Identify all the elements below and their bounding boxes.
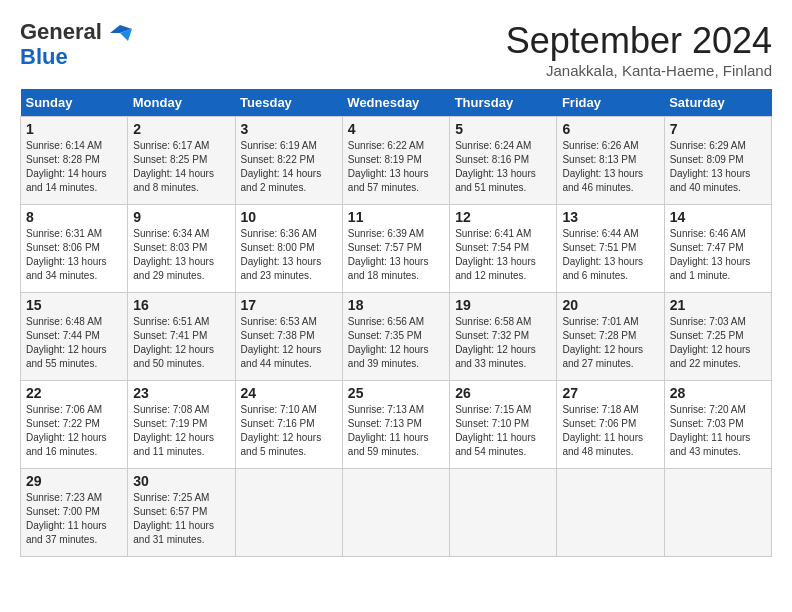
week-row-3: 15 Sunrise: 6:48 AM Sunset: 7:44 PM Dayl…: [21, 293, 772, 381]
daylight-label: Daylight: 12 hours and 22 minutes.: [670, 344, 751, 369]
day-number: 11: [348, 209, 444, 225]
sunset-label: Sunset: 7:54 PM: [455, 242, 529, 253]
day-number: 29: [26, 473, 122, 489]
day-info: Sunrise: 6:24 AM Sunset: 8:16 PM Dayligh…: [455, 139, 551, 195]
day-info: Sunrise: 7:01 AM Sunset: 7:28 PM Dayligh…: [562, 315, 658, 371]
calendar-cell: [342, 469, 449, 557]
day-info: Sunrise: 7:25 AM Sunset: 6:57 PM Dayligh…: [133, 491, 229, 547]
day-info: Sunrise: 6:26 AM Sunset: 8:13 PM Dayligh…: [562, 139, 658, 195]
calendar-cell: 30 Sunrise: 7:25 AM Sunset: 6:57 PM Dayl…: [128, 469, 235, 557]
day-number: 9: [133, 209, 229, 225]
day-number: 20: [562, 297, 658, 313]
daylight-label: Daylight: 11 hours and 48 minutes.: [562, 432, 643, 457]
daylight-label: Daylight: 11 hours and 59 minutes.: [348, 432, 429, 457]
daylight-label: Daylight: 13 hours and 51 minutes.: [455, 168, 536, 193]
day-info: Sunrise: 6:31 AM Sunset: 8:06 PM Dayligh…: [26, 227, 122, 283]
sunrise-label: Sunrise: 6:51 AM: [133, 316, 209, 327]
daylight-label: Daylight: 13 hours and 46 minutes.: [562, 168, 643, 193]
daylight-label: Daylight: 12 hours and 11 minutes.: [133, 432, 214, 457]
calendar-cell: 8 Sunrise: 6:31 AM Sunset: 8:06 PM Dayli…: [21, 205, 128, 293]
sunset-label: Sunset: 7:19 PM: [133, 418, 207, 429]
logo: General Blue: [20, 20, 132, 70]
sunrise-label: Sunrise: 6:36 AM: [241, 228, 317, 239]
sunrise-label: Sunrise: 7:23 AM: [26, 492, 102, 503]
day-info: Sunrise: 7:15 AM Sunset: 7:10 PM Dayligh…: [455, 403, 551, 459]
day-info: Sunrise: 6:48 AM Sunset: 7:44 PM Dayligh…: [26, 315, 122, 371]
day-number: 10: [241, 209, 337, 225]
day-number: 24: [241, 385, 337, 401]
sunset-label: Sunset: 8:16 PM: [455, 154, 529, 165]
day-info: Sunrise: 6:34 AM Sunset: 8:03 PM Dayligh…: [133, 227, 229, 283]
sunset-label: Sunset: 7:06 PM: [562, 418, 636, 429]
day-info: Sunrise: 6:39 AM Sunset: 7:57 PM Dayligh…: [348, 227, 444, 283]
sunrise-label: Sunrise: 7:10 AM: [241, 404, 317, 415]
calendar-cell: 23 Sunrise: 7:08 AM Sunset: 7:19 PM Dayl…: [128, 381, 235, 469]
sunset-label: Sunset: 7:32 PM: [455, 330, 529, 341]
day-info: Sunrise: 6:46 AM Sunset: 7:47 PM Dayligh…: [670, 227, 766, 283]
week-row-2: 8 Sunrise: 6:31 AM Sunset: 8:06 PM Dayli…: [21, 205, 772, 293]
day-number: 18: [348, 297, 444, 313]
sunrise-label: Sunrise: 6:48 AM: [26, 316, 102, 327]
calendar-cell: 18 Sunrise: 6:56 AM Sunset: 7:35 PM Dayl…: [342, 293, 449, 381]
sunset-label: Sunset: 7:38 PM: [241, 330, 315, 341]
header-wednesday: Wednesday: [342, 89, 449, 117]
day-info: Sunrise: 6:36 AM Sunset: 8:00 PM Dayligh…: [241, 227, 337, 283]
daylight-label: Daylight: 12 hours and 27 minutes.: [562, 344, 643, 369]
calendar-cell: 12 Sunrise: 6:41 AM Sunset: 7:54 PM Dayl…: [450, 205, 557, 293]
day-number: 14: [670, 209, 766, 225]
day-number: 1: [26, 121, 122, 137]
sunset-label: Sunset: 8:13 PM: [562, 154, 636, 165]
sunrise-label: Sunrise: 7:15 AM: [455, 404, 531, 415]
day-number: 23: [133, 385, 229, 401]
calendar-cell: 9 Sunrise: 6:34 AM Sunset: 8:03 PM Dayli…: [128, 205, 235, 293]
calendar-cell: 14 Sunrise: 6:46 AM Sunset: 7:47 PM Dayl…: [664, 205, 771, 293]
calendar-cell: 27 Sunrise: 7:18 AM Sunset: 7:06 PM Dayl…: [557, 381, 664, 469]
logo-general: General: [20, 20, 132, 44]
daylight-label: Daylight: 13 hours and 18 minutes.: [348, 256, 429, 281]
calendar-cell: 19 Sunrise: 6:58 AM Sunset: 7:32 PM Dayl…: [450, 293, 557, 381]
sunset-label: Sunset: 8:19 PM: [348, 154, 422, 165]
calendar-cell: 13 Sunrise: 6:44 AM Sunset: 7:51 PM Dayl…: [557, 205, 664, 293]
daylight-label: Daylight: 12 hours and 50 minutes.: [133, 344, 214, 369]
sunrise-label: Sunrise: 7:06 AM: [26, 404, 102, 415]
calendar-cell: 20 Sunrise: 7:01 AM Sunset: 7:28 PM Dayl…: [557, 293, 664, 381]
sunset-label: Sunset: 8:25 PM: [133, 154, 207, 165]
day-info: Sunrise: 7:06 AM Sunset: 7:22 PM Dayligh…: [26, 403, 122, 459]
calendar-cell: 25 Sunrise: 7:13 AM Sunset: 7:13 PM Dayl…: [342, 381, 449, 469]
day-info: Sunrise: 6:58 AM Sunset: 7:32 PM Dayligh…: [455, 315, 551, 371]
daylight-label: Daylight: 13 hours and 12 minutes.: [455, 256, 536, 281]
calendar-cell: [235, 469, 342, 557]
day-info: Sunrise: 7:18 AM Sunset: 7:06 PM Dayligh…: [562, 403, 658, 459]
calendar-cell: 6 Sunrise: 6:26 AM Sunset: 8:13 PM Dayli…: [557, 117, 664, 205]
calendar-cell: 29 Sunrise: 7:23 AM Sunset: 7:00 PM Dayl…: [21, 469, 128, 557]
sunrise-label: Sunrise: 6:22 AM: [348, 140, 424, 151]
title-section: September 2024 Janakkala, Kanta-Haeme, F…: [506, 20, 772, 79]
logo-bird-icon: [110, 25, 132, 41]
day-number: 2: [133, 121, 229, 137]
sunset-label: Sunset: 8:28 PM: [26, 154, 100, 165]
daylight-label: Daylight: 13 hours and 23 minutes.: [241, 256, 322, 281]
day-number: 6: [562, 121, 658, 137]
calendar-cell: 21 Sunrise: 7:03 AM Sunset: 7:25 PM Dayl…: [664, 293, 771, 381]
day-info: Sunrise: 7:20 AM Sunset: 7:03 PM Dayligh…: [670, 403, 766, 459]
day-number: 4: [348, 121, 444, 137]
day-number: 13: [562, 209, 658, 225]
sunrise-label: Sunrise: 7:13 AM: [348, 404, 424, 415]
daylight-label: Daylight: 13 hours and 1 minute.: [670, 256, 751, 281]
sunrise-label: Sunrise: 6:24 AM: [455, 140, 531, 151]
sunrise-label: Sunrise: 7:01 AM: [562, 316, 638, 327]
day-number: 26: [455, 385, 551, 401]
day-number: 16: [133, 297, 229, 313]
sunrise-label: Sunrise: 6:19 AM: [241, 140, 317, 151]
sunrise-label: Sunrise: 7:03 AM: [670, 316, 746, 327]
day-info: Sunrise: 6:56 AM Sunset: 7:35 PM Dayligh…: [348, 315, 444, 371]
calendar-table: Sunday Monday Tuesday Wednesday Thursday…: [20, 89, 772, 557]
sunrise-label: Sunrise: 6:44 AM: [562, 228, 638, 239]
daylight-label: Daylight: 14 hours and 8 minutes.: [133, 168, 214, 193]
day-number: 22: [26, 385, 122, 401]
sunrise-label: Sunrise: 6:56 AM: [348, 316, 424, 327]
page-header: General Blue September 2024 Janakkala, K…: [20, 20, 772, 79]
week-row-5: 29 Sunrise: 7:23 AM Sunset: 7:00 PM Dayl…: [21, 469, 772, 557]
daylight-label: Daylight: 11 hours and 31 minutes.: [133, 520, 214, 545]
day-info: Sunrise: 6:17 AM Sunset: 8:25 PM Dayligh…: [133, 139, 229, 195]
